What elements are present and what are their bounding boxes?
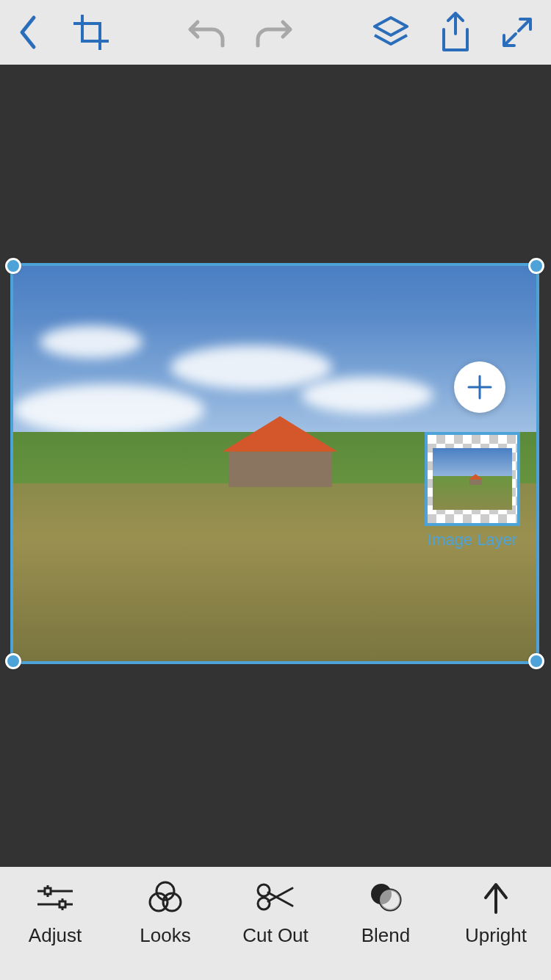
top-toolbar-left <box>18 15 109 50</box>
venn-icon <box>147 880 184 914</box>
selection-handle-bottom-left[interactable] <box>5 653 21 669</box>
sliders-icon <box>35 881 76 913</box>
undo-button[interactable] <box>187 16 226 48</box>
selection-handle-bottom-right[interactable] <box>528 653 544 669</box>
top-toolbar-center <box>187 16 293 48</box>
canvas-area[interactable]: Image Layer <box>0 65 551 867</box>
tool-label: Upright <box>465 924 527 947</box>
up-arrow-icon <box>481 880 511 914</box>
selected-image-layer[interactable]: Image Layer <box>10 263 539 664</box>
add-layer-button[interactable] <box>454 361 505 413</box>
plus-icon <box>466 373 494 401</box>
svg-point-6 <box>258 898 270 909</box>
top-toolbar <box>0 0 551 65</box>
share-button[interactable] <box>439 12 472 53</box>
selection-handle-top-left[interactable] <box>5 258 21 274</box>
scissors-icon <box>256 882 295 912</box>
tool-label: Looks <box>140 924 190 947</box>
layers-stack-icon <box>372 15 410 50</box>
crop-icon <box>73 15 109 50</box>
svg-point-9 <box>380 890 400 910</box>
crop-button[interactable] <box>73 15 109 50</box>
tool-label: Adjust <box>29 924 82 947</box>
undo-icon <box>187 16 226 48</box>
svg-rect-1 <box>60 901 65 907</box>
layer-thumbnail[interactable]: Image Layer <box>425 432 520 550</box>
selection-handle-top-right[interactable] <box>528 258 544 274</box>
tool-upright[interactable]: Upright <box>441 880 551 947</box>
fullscreen-button[interactable] <box>501 16 533 48</box>
svg-point-5 <box>258 884 270 896</box>
tool-cutout[interactable]: Cut Out <box>220 880 331 947</box>
back-button[interactable] <box>18 15 38 50</box>
tool-blend[interactable]: Blend <box>331 880 441 947</box>
tool-adjust[interactable]: Adjust <box>0 880 110 947</box>
layer-thumbnail-label: Image Layer <box>425 530 520 550</box>
bottom-toolbar: Adjust Looks Cut Out <box>0 867 551 980</box>
share-icon <box>439 12 472 53</box>
layer-thumbnail-image <box>425 432 520 526</box>
tool-label: Blend <box>361 924 411 947</box>
tool-label: Cut Out <box>242 924 309 947</box>
blend-circles-icon <box>369 882 403 912</box>
svg-rect-0 <box>45 888 51 894</box>
top-toolbar-right <box>372 12 533 53</box>
tool-looks[interactable]: Looks <box>110 880 220 947</box>
layers-button[interactable] <box>372 15 410 50</box>
fullscreen-expand-icon <box>501 16 533 48</box>
back-chevron-icon <box>18 15 38 50</box>
redo-button[interactable] <box>255 16 293 48</box>
redo-icon <box>255 16 293 48</box>
